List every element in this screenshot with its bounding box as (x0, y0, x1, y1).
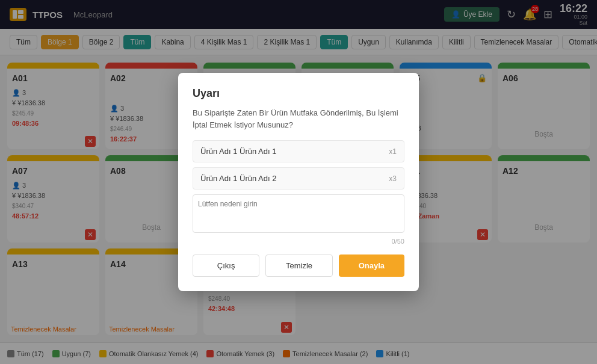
modal-description: Bu Siparişte Zaten Bir Ürün Mutfaka Gönd… (193, 107, 404, 131)
modal-item-1: Ürün Adı 1 Ürün Adı 1 x1 (193, 140, 404, 162)
warning-modal: Uyarı Bu Siparişte Zaten Bir Ürün Mutfak… (178, 73, 419, 291)
item-label-2: Ürün Adı 1 Ürün Adı 2 (200, 174, 276, 183)
confirm-button[interactable]: Onayla (339, 254, 404, 277)
clear-button[interactable]: Temizle (265, 254, 332, 277)
item-qty-1: x1 (389, 147, 397, 156)
item-label-1: Ürün Adı 1 Ürün Adı 1 (200, 147, 276, 156)
modal-buttons: Çıkış Temizle Onayla (193, 254, 404, 277)
char-count: 0/50 (193, 238, 404, 245)
modal-overlay: Uyarı Bu Siparişte Zaten Bir Ürün Mutfak… (0, 0, 597, 364)
exit-button[interactable]: Çıkış (193, 254, 259, 277)
modal-item-2: Ürün Adı 1 Ürün Adı 2 x3 (193, 167, 404, 190)
item-qty-2: x3 (389, 174, 397, 183)
reason-textarea[interactable] (193, 194, 404, 233)
modal-title: Uyarı (193, 87, 404, 100)
